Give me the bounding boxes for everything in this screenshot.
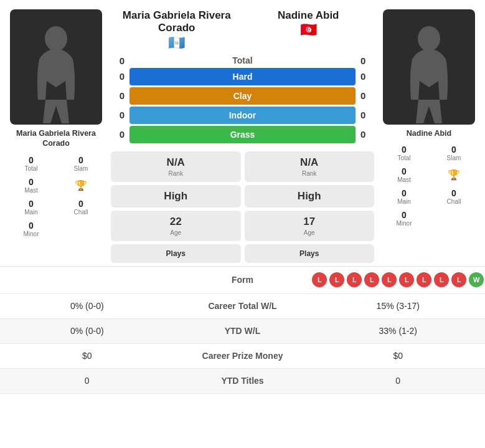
player1-mast-stat: 0 Mast bbox=[6, 174, 56, 196]
trophy-center: 🏆 bbox=[56, 174, 106, 196]
player2-photo bbox=[383, 9, 475, 125]
table-cell-right-2: $0 bbox=[311, 346, 486, 366]
player1-info-cards: N/A Rank High 22 Age Plays bbox=[111, 151, 241, 263]
table-cell-left-0: 0% (0-0) bbox=[0, 296, 174, 316]
table-cell-left-1: 0% (0-0) bbox=[0, 321, 174, 341]
player2-flag: 🇹🇳 bbox=[300, 22, 317, 37]
player2-name: Nadine Abid bbox=[407, 128, 451, 138]
form-badge-8: L bbox=[451, 272, 466, 287]
player1-flag: 🇬🇹 bbox=[168, 35, 185, 50]
form-badge-7: L bbox=[434, 272, 449, 287]
table-row-3: 0YTD Titles0 bbox=[0, 369, 485, 394]
player1-chall-stat: 0 Chall bbox=[56, 196, 106, 218]
form-label: Form bbox=[174, 275, 311, 285]
player2-column: Nadine Abid 0 Total 0 Slam 0 Mast 🏆 bbox=[379, 9, 479, 263]
player1-high-card: High bbox=[111, 185, 241, 207]
table-row-2: $0Career Prize Money$0 bbox=[0, 344, 485, 369]
main-container: Maria Gabriela Rivera Corado 0 Total 0 S… bbox=[0, 0, 485, 394]
table-cell-center-1: YTD W/L bbox=[174, 321, 311, 341]
player2-high-card: High bbox=[245, 185, 375, 207]
form-badge-5: L bbox=[399, 272, 414, 287]
bottom-stats-table: Form LLLLLLLLLW 0% (0-0)Career Total W/L… bbox=[0, 266, 485, 394]
table-cell-center-3: YTD Titles bbox=[174, 371, 311, 391]
player1-plays-card: Plays bbox=[111, 244, 241, 263]
table-cell-left-3: 0 bbox=[0, 371, 174, 391]
form-badge-6: L bbox=[417, 272, 431, 287]
svg-point-1 bbox=[418, 26, 440, 51]
player2-age-card: 17 Age bbox=[245, 211, 375, 241]
total-score-row: 0 Total 0 bbox=[111, 55, 374, 66]
player2-silhouette bbox=[400, 25, 459, 125]
table-cell-right-0: 15% (3-17) bbox=[311, 296, 486, 316]
player2-name-header: Nadine Abid bbox=[278, 9, 339, 21]
form-badge-2: L bbox=[347, 272, 362, 287]
form-badge-9: W bbox=[469, 272, 484, 287]
player1-name: Maria Gabriela Rivera Corado bbox=[6, 128, 106, 149]
top-section: Maria Gabriela Rivera Corado 0 Total 0 S… bbox=[0, 0, 485, 266]
player1-rank-card: N/A Rank bbox=[111, 151, 241, 182]
table-row-0: 0% (0-0)Career Total W/L15% (3-17) bbox=[0, 294, 485, 319]
table-cell-right-3: 0 bbox=[311, 371, 486, 391]
grass-score-row: 0 Grass 0 bbox=[111, 126, 374, 143]
player1-silhouette bbox=[27, 25, 86, 125]
center-section: Maria Gabriela Rivera Corado 🇬🇹 Nadine A… bbox=[111, 9, 374, 263]
player1-main-stat: 0 Main bbox=[6, 196, 56, 218]
score-rows: 0 Total 0 0 Hard 0 0 Clay 0 bbox=[111, 54, 374, 145]
table-cell-center-0: Career Total W/L bbox=[174, 296, 311, 316]
form-badge-1: L bbox=[329, 272, 344, 287]
stats-table: 0% (0-0)Career Total W/L15% (3-17)0% (0-… bbox=[0, 294, 485, 394]
player2-mast-stat: 0 Mast bbox=[379, 164, 429, 186]
player1-stats: 0 Total 0 Slam 0 Mast 🏆 0 Main bbox=[6, 153, 106, 240]
player1-age-card: 22 Age bbox=[111, 211, 241, 241]
table-cell-right-1: 33% (1-2) bbox=[311, 321, 486, 341]
form-badge-3: L bbox=[364, 272, 379, 287]
player1-minor-stat: 0 Minor bbox=[6, 218, 56, 240]
player2-main-stat: 0 Main bbox=[379, 186, 429, 207]
hard-score-row: 0 Hard 0 bbox=[111, 68, 374, 85]
table-cell-left-2: $0 bbox=[0, 346, 174, 366]
player1-photo bbox=[10, 9, 102, 125]
player2-plays-card: Plays bbox=[245, 244, 375, 263]
indoor-score-row: 0 Indoor 0 bbox=[111, 107, 374, 124]
table-row-1: 0% (0-0)YTD W/L33% (1-2) bbox=[0, 319, 485, 344]
center-info-cards: N/A Rank High 22 Age Plays bbox=[111, 151, 374, 263]
table-cell-center-2: Career Prize Money bbox=[174, 346, 311, 366]
form-badges: LLLLLLLLLW bbox=[311, 272, 486, 287]
player2-minor-stat: 0 Minor bbox=[379, 207, 429, 229]
player2-chall-stat: 0 Chall bbox=[429, 186, 479, 207]
player2-slam-stat: 0 Slam bbox=[429, 142, 479, 164]
player2-info-cards: N/A Rank High 17 Age Plays bbox=[245, 151, 375, 263]
clay-score-row: 0 Clay 0 bbox=[111, 87, 374, 105]
form-badge-4: L bbox=[382, 272, 397, 287]
form-badge-0: L bbox=[312, 272, 327, 287]
form-row: Form LLLLLLLLLW bbox=[0, 267, 485, 294]
player2-total-stat: 0 Total bbox=[379, 142, 429, 164]
player1-name-header: Maria Gabriela Rivera Corado bbox=[123, 9, 231, 34]
trophy-right: 🏆 bbox=[429, 164, 479, 186]
player2-stats: 0 Total 0 Slam 0 Mast 🏆 0 Main bbox=[379, 142, 479, 229]
player1-slam-stat: 0 Slam bbox=[56, 153, 106, 174]
svg-point-0 bbox=[45, 26, 67, 51]
player1-column: Maria Gabriela Rivera Corado 0 Total 0 S… bbox=[6, 9, 106, 263]
player1-total-stat: 0 Total bbox=[6, 153, 56, 174]
player2-rank-card: N/A Rank bbox=[245, 151, 375, 182]
